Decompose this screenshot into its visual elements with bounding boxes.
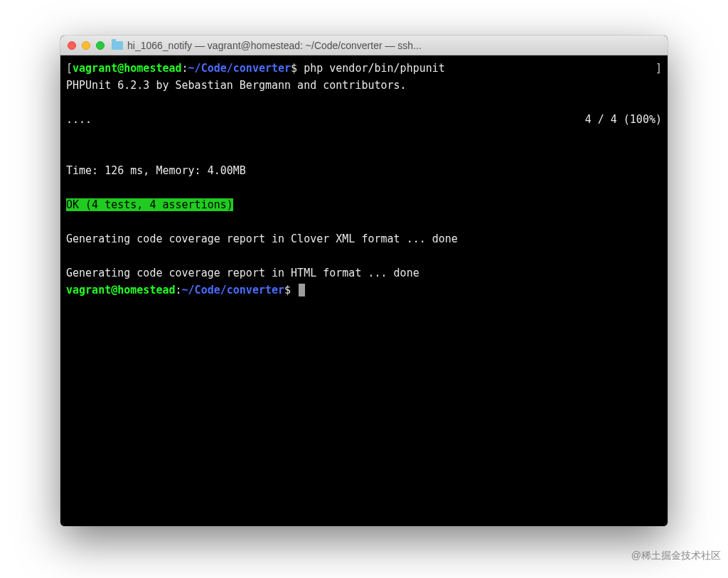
watermark-text: @稀土掘金技术社区: [631, 550, 721, 562]
prompt-colon: :: [176, 284, 182, 296]
traffic-lights: [68, 41, 105, 50]
prompt-path: ~/Code/converter: [188, 62, 291, 75]
terminal-window: hi_1066_notify — vagrant@homestead: ~/Co…: [60, 36, 668, 526]
cursor-icon: [299, 284, 305, 296]
prompt-right-bracket: ]: [655, 60, 662, 77]
prompt-dollar: $: [284, 284, 291, 296]
prompt-user-host: vagrant@homestead: [66, 284, 176, 296]
minimize-icon[interactable]: [82, 41, 90, 50]
maximize-icon[interactable]: [96, 41, 105, 50]
ok-status: OK (4 tests, 4 assertions): [66, 198, 233, 211]
output-line: Generating code coverage report in Clove…: [66, 232, 458, 245]
prompt-path: ~/Code/converter: [182, 284, 285, 296]
output-line: Time: 126 ms, Memory: 4.00MB: [66, 164, 246, 177]
prompt-user-host: vagrant@homestead: [73, 62, 182, 75]
output-line: PHPUnit 6.2.3 by Sebastian Bergmann and …: [66, 79, 407, 92]
output-progress: 4 / 4 (100%): [585, 111, 662, 128]
prompt-dollar: $: [291, 62, 297, 75]
titlebar[interactable]: hi_1066_notify — vagrant@homestead: ~/Co…: [60, 36, 668, 55]
window-title: hi_1066_notify — vagrant@homestead: ~/Co…: [127, 40, 660, 51]
output-line: Generating code coverage report in HTML …: [66, 267, 419, 279]
prompt-colon: :: [182, 62, 188, 75]
terminal-content[interactable]: [vagrant@homestead:~/Code/converter$ php…: [60, 55, 668, 526]
output-dots: ....: [66, 111, 92, 128]
folder-icon: [112, 41, 123, 50]
command-text: php vendor/bin/phpunit: [304, 62, 445, 75]
prompt-left-bracket: [: [66, 62, 73, 75]
close-icon[interactable]: [68, 41, 76, 50]
